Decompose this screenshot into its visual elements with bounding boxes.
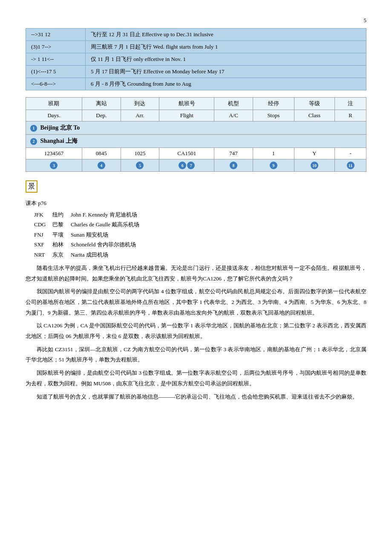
col-header-en: Flight [159, 110, 214, 121]
airport-item: CDG 巴黎 Charles de Gaulle 戴高乐机场 [34, 220, 366, 229]
airport-item: JFK 纽约 John F. Kennedy 肯尼迪机场 [34, 210, 366, 220]
flight-table: 班期离站到达航班号机型经停等级注 Days.Dep.Arr.FlightA/CS… [26, 97, 366, 172]
legend-row: (1)<---17 5 5 月 17 日前周一飞行 Effective on M… [26, 66, 366, 78]
airport-item: NRT 东京 Narita 成田机场 [34, 250, 366, 260]
airport-code: CDG [34, 220, 49, 229]
airport-code: FNJ [34, 230, 49, 240]
paragraph: 我国国内航班号的编排是由航空公司的两字代码加 4 位数字组成，航空公司代码由民航… [26, 286, 366, 318]
legend-code: -->31 12 [26, 29, 86, 41]
table-header-en: Days.Dep.Arr.FlightA/CStopsClassR [26, 110, 366, 121]
section-row-shanghai: 2 Shanghai 上海 [26, 135, 366, 148]
col-header-zh: 班期 [26, 98, 82, 110]
number-cell: 3 [26, 159, 82, 172]
legend-code: (3)1 7--> [26, 41, 86, 53]
col-header-en: Days. [26, 110, 82, 121]
airport-code: JFK [34, 210, 49, 220]
icon-box: 景 [26, 180, 37, 193]
legend-desc: 飞行至 12 月 31 日止 Effective up to Dec.31 in… [86, 29, 366, 41]
flight-cell: 1 [253, 148, 294, 159]
page-number: 5 [26, 17, 366, 24]
number-cell: 10 [294, 159, 334, 172]
legend-table: -->31 12 飞行至 12 月 31 日止 Effective up to … [26, 28, 366, 90]
legend-desc: 周三航班 7 月 1 日起飞行 Wed. flight starts from … [86, 41, 366, 53]
flight-cell: 1234567 [26, 148, 82, 159]
number-cell: 4 [82, 159, 121, 172]
airport-name: Schonefeld 舍内菲尔德机场 [71, 240, 366, 249]
col-header-en: Class [294, 110, 334, 121]
legend-row: -->31 12 飞行至 12 月 31 日止 Effective up to … [26, 29, 366, 41]
col-header-en: Dep. [82, 110, 121, 121]
table-header-zh: 班期离站到达航班号机型经停等级注 [26, 98, 366, 110]
airport-city-zh: 纽约 [52, 210, 67, 220]
legend-row: (3)1 7--> 周三航班 7 月 1 日起飞行 Wed. flight st… [26, 41, 366, 53]
col-header-en: R [335, 110, 366, 121]
col-header-en: Arr. [121, 110, 159, 121]
airport-name: Charles de Gaulle 戴高乐机场 [71, 220, 366, 229]
col-header-zh: 机型 [214, 98, 253, 110]
number-cell: 11 [335, 159, 366, 172]
legend-desc: 仅 11 月 1 日飞行 only effcetive in Nov. 1 [86, 53, 366, 66]
flight-cell: CA1501 [159, 148, 214, 159]
airport-code: NRT [34, 250, 49, 260]
number-cell: 9 [253, 159, 294, 172]
icon-container: 景 [26, 176, 366, 196]
airport-city-zh: 东京 [52, 250, 67, 260]
airport-code: SXF [34, 240, 49, 249]
airport-name: John F. Kennedy 肯尼迪机场 [71, 210, 366, 220]
col-header-zh: 离站 [82, 98, 121, 110]
col-header-en: Stops [253, 110, 294, 121]
flight-cell: Y [294, 148, 334, 159]
flight-data-row: 123456708451025CA15017471Y- [26, 148, 366, 159]
airport-name: Narita 成田机场 [71, 250, 366, 260]
col-header-zh: 等级 [294, 98, 334, 110]
airport-city-zh: 巴黎 [52, 220, 67, 229]
flight-cell: - [335, 148, 366, 159]
col-header-zh: 注 [335, 98, 366, 110]
legend-desc: 5 月 17 日前周一飞行 Effective on Monday before… [86, 66, 366, 78]
col-header-en: A/C [214, 110, 253, 121]
paragraph: 以 CA1206 为例，CA 是中国国际航空公司的代码，第一位数字 1 表示华北… [26, 321, 366, 341]
paragraph-block: 随着生活水平的提高，乘坐飞机出行已经越来越普遍。无论是出门远行，还是接送亲友，相… [26, 263, 366, 402]
number-cell: 8 [214, 159, 253, 172]
number-cell: 67 [159, 159, 214, 172]
legend-code: -> 1 11<-- [26, 53, 86, 66]
flight-cell: 0845 [82, 148, 121, 159]
number-cell: 5 [121, 159, 159, 172]
paragraph: 再比如 CZ3151，深圳—北京航班，CZ 为南方航空公司的代码，第一位数字 3… [26, 344, 366, 365]
flight-cell: 747 [214, 148, 253, 159]
airport-city-zh: 平壤 [52, 230, 67, 240]
textbook-ref: 课本 p76 [26, 199, 366, 207]
col-header-zh: 经停 [253, 98, 294, 110]
legend-row: -> 1 11<-- 仅 11 月 1 日飞行 only effcetive i… [26, 53, 366, 66]
legend-row: <---6-8---> 6 月 - 8 月停飞 Grounding from J… [26, 78, 366, 90]
legend-desc: 6 月 - 8 月停飞 Grounding from June to Aug [86, 78, 366, 90]
number-row: 34567891011 [26, 159, 366, 172]
col-header-zh: 航班号 [159, 98, 214, 110]
airport-list: JFK 纽约 John F. Kennedy 肯尼迪机场 CDG 巴黎 Char… [34, 210, 366, 260]
airport-item: FNJ 平壤 Sunan 顺安机场 [34, 230, 366, 240]
col-header-zh: 到达 [121, 98, 159, 110]
airport-city-zh: 柏林 [52, 240, 67, 249]
legend-code: (1)<---17 5 [26, 66, 86, 78]
airport-name: Sunan 顺安机场 [71, 230, 366, 240]
flight-cell: 1025 [121, 148, 159, 159]
paragraph: 知道了航班号的含义，也就掌握了航班的基地信息———它的承运公司、飞往地点，也会给… [26, 392, 366, 402]
airport-item: SXF 柏林 Schonefeld 舍内菲尔德机场 [34, 240, 366, 249]
paragraph: 国际航班号的编排，是由航空公司代码加 3 位数字组成。第一位数字表示航空公司，后… [26, 368, 366, 389]
legend-code: <---6-8---> [26, 78, 86, 90]
paragraph: 随着生活水平的提高，乘坐飞机出行已经越来越普遍。无论是出门远行，还是接送亲友，相… [26, 263, 366, 284]
section-row-beijing: 1 Beijing 北京 To [26, 121, 366, 135]
